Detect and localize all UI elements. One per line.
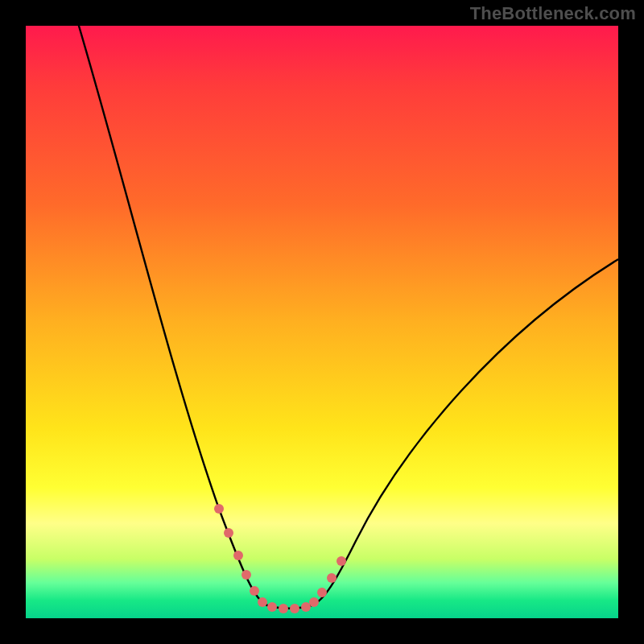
svg-point-13 bbox=[336, 556, 346, 566]
svg-point-0 bbox=[214, 504, 224, 514]
svg-point-2 bbox=[233, 551, 243, 560]
svg-point-9 bbox=[301, 602, 311, 612]
svg-point-7 bbox=[279, 604, 288, 613]
svg-point-3 bbox=[242, 570, 251, 580]
svg-point-5 bbox=[258, 597, 267, 607]
svg-point-8 bbox=[290, 604, 299, 613]
watermark-text: TheBottleneck.com bbox=[470, 3, 636, 24]
curve-markers-right bbox=[309, 556, 346, 607]
svg-point-12 bbox=[327, 573, 336, 583]
plot-area bbox=[26, 26, 618, 618]
svg-point-4 bbox=[250, 586, 259, 596]
chart-frame: TheBottleneck.com bbox=[0, 0, 644, 644]
svg-point-6 bbox=[267, 602, 277, 612]
bottleneck-curve bbox=[26, 26, 618, 618]
svg-point-10 bbox=[309, 597, 319, 607]
svg-point-1 bbox=[224, 528, 233, 538]
svg-point-11 bbox=[317, 588, 327, 597]
curve-path bbox=[74, 26, 618, 609]
